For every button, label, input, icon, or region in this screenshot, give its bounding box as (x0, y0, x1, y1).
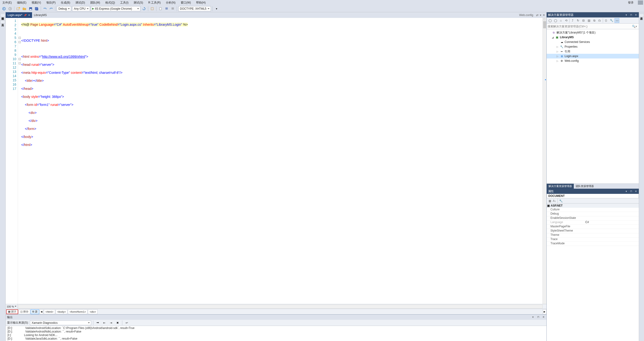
new-item-button[interactable] (158, 6, 163, 11)
collapse-icon[interactable]: ▣ (547, 204, 550, 207)
close-icon[interactable]: ✕ (634, 190, 638, 193)
toolbox-tab[interactable]: 工具箱 (0, 20, 5, 24)
prop-pages-icon[interactable]: 🔧 (559, 199, 563, 203)
pin-icon[interactable]: ⊓ (630, 190, 633, 193)
platform-select[interactable]: Any CPU (72, 6, 90, 11)
horizontal-scrollbar[interactable] (18, 305, 543, 308)
pin-icon[interactable]: ⊓ (536, 315, 540, 319)
se-search-input[interactable] (548, 25, 631, 28)
menu-team[interactable]: 团队(M) (89, 0, 102, 5)
tree-node-web-config[interactable]: ▷⚙Web.config (547, 59, 639, 63)
crumb-prev[interactable]: ◀ (40, 309, 43, 314)
login-link[interactable]: 登录 (626, 0, 636, 5)
browser-link-button[interactable] (150, 6, 155, 11)
menu-tools[interactable]: 工具(I) (119, 0, 130, 5)
user-avatar[interactable] (638, 1, 643, 5)
se-properties-icon[interactable]: 🗀 (597, 18, 602, 23)
related-file-link[interactable]: Web.config (518, 14, 535, 17)
vertical-scrollbar[interactable]: ⬚ (542, 18, 546, 304)
save-button[interactable] (28, 6, 33, 11)
split-view-button[interactable]: ◫拆分 (18, 309, 30, 314)
properties-object-select[interactable]: DOCUMENT (547, 194, 639, 198)
output-next-button[interactable]: ⇥ (108, 320, 114, 325)
open-file-button[interactable] (22, 6, 27, 11)
solution-explorer-search[interactable]: 🔍▾ (547, 24, 639, 29)
menu-edit[interactable]: 编辑(E) (16, 0, 28, 5)
fold-toggle[interactable]: − (18, 62, 21, 64)
close-icon[interactable]: ✕ (542, 315, 545, 319)
fold-toggle[interactable]: − (18, 41, 21, 43)
tree-node-login-aspx[interactable]: ▷⊞Login.aspx (547, 54, 639, 59)
properties-grid[interactable]: ▣ASP.NET Culture Debug EnableSessionStat… (547, 203, 639, 341)
uncomment-button[interactable] (170, 6, 175, 11)
se-wrench-icon[interactable]: 🔧 (609, 18, 614, 23)
doc-tab-libraryms[interactable]: LibraryMS (32, 12, 49, 18)
close-icon[interactable]: ✕ (634, 14, 638, 17)
window-position-icon[interactable]: ▾ (531, 315, 535, 319)
comment-button[interactable] (164, 6, 169, 11)
output-text[interactable]: [D:]: ValidateAndroidSdkLocation: `C:\Pr… (6, 326, 546, 341)
diagnostic-tools-tab[interactable]: 诊断工具 (639, 14, 644, 17)
output-clear-button[interactable]: ✖ (115, 320, 120, 325)
menu-format[interactable]: 格式(Q) (104, 0, 116, 5)
categorized-icon[interactable]: ▦ (548, 199, 552, 203)
se-forward-icon[interactable]: ◯ (553, 18, 558, 23)
split-toggle[interactable]: ⬚ (542, 18, 546, 21)
se-preview-icon[interactable]: ▭ (614, 18, 619, 23)
se-refresh-icon[interactable]: ↻ (576, 18, 580, 23)
output-goto-button[interactable]: ⮕ (95, 320, 100, 325)
browser-refresh-button[interactable] (142, 6, 146, 11)
zoom-select[interactable]: 100 % (6, 304, 18, 309)
file-dropdown-icon[interactable]: ⇄ (536, 14, 538, 17)
doc-tab-login[interactable]: Login.aspx* 📌 ✕ (6, 12, 32, 18)
menu-window[interactable]: 窗口(W) (179, 0, 192, 5)
tree-node-properties[interactable]: ▷🔧Properties (547, 44, 639, 49)
se-viewcode-icon[interactable]: ⟨⟩ (604, 18, 608, 23)
save-all-button[interactable] (34, 6, 39, 11)
pin-icon[interactable]: ⊓ (630, 14, 633, 17)
menu-test[interactable]: 测试(S) (132, 0, 144, 5)
output-prev-button[interactable]: ⇤ (102, 320, 107, 325)
menu-debug[interactable]: 调试(D) (74, 0, 86, 5)
fold-toggle[interactable]: − (18, 37, 21, 39)
se-sync-icon[interactable]: ⟲ (564, 18, 568, 23)
tree-node-references[interactable]: ▷▪▪引用 (547, 49, 639, 54)
active-files-icon[interactable]: ▾ (540, 14, 541, 17)
se-home-icon[interactable]: ⌂ (558, 18, 563, 23)
fold-toggle[interactable]: − (18, 58, 21, 60)
pin-icon[interactable]: 📌 (24, 14, 27, 17)
toolbar-overflow[interactable]: ▾ (214, 6, 219, 11)
tree-node-project[interactable]: ◢▣LibraryMS (547, 35, 639, 40)
run-button[interactable]: ▶IIS Express (Google Chrome) (91, 6, 140, 11)
undo-button[interactable] (42, 6, 48, 11)
tab-solution-explorer[interactable]: 解决方案资源管理器 (547, 184, 574, 189)
crumb-form[interactable]: <form#form1> (68, 309, 88, 314)
se-showall-icon[interactable]: ▤ (586, 18, 591, 23)
se-scope-icon[interactable]: ⤴ (570, 18, 575, 23)
nav-forward-button[interactable] (8, 6, 13, 11)
output-source-select[interactable]: Xamarin Diagnostics (30, 320, 91, 325)
output-wrap-button[interactable]: ↩ (124, 320, 129, 325)
close-doc-icon[interactable]: ✕ (543, 14, 545, 17)
se-collapse-icon[interactable]: ⊟ (581, 18, 586, 23)
config-select[interactable]: Debug (57, 6, 71, 11)
window-position-icon[interactable]: ▾ (625, 190, 628, 193)
server-explorer-tab[interactable]: 服务器资源管理器 (0, 14, 5, 17)
menu-project[interactable]: 项目(P) (45, 0, 57, 5)
close-icon[interactable]: ✕ (28, 14, 30, 17)
menu-build[interactable]: 生成(B) (60, 0, 72, 5)
crumb-next[interactable]: ▶ (543, 309, 546, 314)
nav-back-button[interactable] (2, 6, 6, 11)
crumb-div[interactable]: <div> (88, 309, 98, 314)
crumb-html[interactable]: <html> (44, 309, 55, 314)
alphabetical-icon[interactable]: A↓ (552, 199, 556, 203)
code-editor[interactable]: 1234567891011121314151617 − − − − <%@ Pa… (6, 18, 546, 304)
design-view-button[interactable]: ▦设计 (6, 309, 18, 314)
menu-file[interactable]: 文件(E) (1, 0, 13, 5)
search-icon[interactable]: 🔍▾ (631, 25, 638, 28)
code-text[interactable]: <%@ Page Language="C#" AutoEventWireup="… (21, 18, 542, 304)
new-project-button[interactable] (16, 6, 21, 11)
tree-node-solution[interactable]: ⧉解决方案"LibraryMS"(1 个项目) (547, 30, 639, 35)
crumb-body[interactable]: <body> (56, 309, 68, 314)
tree-node-connected-services[interactable]: ☁Connected Services (547, 40, 639, 44)
